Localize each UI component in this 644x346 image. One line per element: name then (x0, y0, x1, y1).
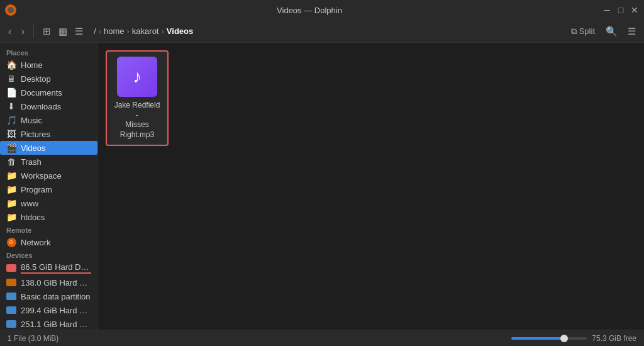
remote-section-label: Remote (0, 224, 97, 235)
status-info: 1 File (3.0 MiB) (8, 334, 58, 343)
menu-button[interactable]: ☰ (625, 24, 639, 39)
sidebar-videos-label: Videos (21, 143, 46, 153)
sidebar-item-videos[interactable]: 🎬 Videos (0, 141, 97, 155)
sidebar-item-trash[interactable]: 🗑 Trash (0, 155, 97, 169)
sidebar-item-downloads[interactable]: ⬇ Downloads (0, 99, 97, 113)
toolbar: ‹ › ⊞ ▦ ☰ / › home › kakarot › Videos ⧉ … (0, 20, 644, 43)
sidebar-item-drive3[interactable]: Basic data partition (0, 289, 97, 303)
split-label: Split (579, 26, 595, 36)
sidebar-item-drive1[interactable]: 86.5 GiB Hard Drive (0, 260, 97, 276)
file-name: Jake Redfield -Misses Right.mp3 (112, 101, 162, 140)
sidebar-drive3-label: Basic data partition (21, 292, 91, 301)
sidebar-downloads-label: Downloads (21, 102, 61, 111)
drive3-icon (6, 291, 16, 301)
minimize-button[interactable]: ─ (602, 6, 611, 14)
htdocs-icon: 📁 (6, 212, 16, 222)
sidebar-item-program[interactable]: 📁 Program (0, 182, 97, 196)
sidebar-drive5-label: 251.1 GiB Hard Drive (21, 320, 91, 329)
desktop-icon: 🖥 (6, 74, 16, 84)
sidebar-item-htdocs[interactable]: 📁 htdocs (0, 210, 97, 224)
drive2-icon (6, 277, 16, 287)
content-area: ♪ Jake Redfield -Misses Right.mp3 (98, 43, 644, 330)
close-button[interactable]: ✕ (630, 6, 639, 14)
sidebar-item-drive5[interactable]: 251.1 GiB Hard Drive (0, 317, 97, 330)
music-note-icon: ♪ (133, 67, 142, 87)
sidebar-pictures-label: Pictures (21, 130, 50, 139)
toolbar-separator (33, 25, 34, 38)
videos-icon: 🎬 (6, 143, 16, 153)
pictures-icon: 🖼 (6, 129, 16, 139)
forward-button[interactable]: › (18, 24, 28, 38)
drive4-icon (6, 305, 16, 315)
breadcrumb-user[interactable]: kakarot (132, 26, 159, 36)
breadcrumb-home[interactable]: home (104, 26, 125, 36)
sidebar-htdocs-label: htdocs (21, 213, 45, 222)
detail-view-button[interactable]: ☰ (72, 24, 86, 39)
compact-view-button[interactable]: ▦ (55, 24, 70, 39)
breadcrumb-root[interactable]: / (94, 26, 96, 36)
music-icon: 🎵 (6, 115, 16, 125)
sidebar-item-www[interactable]: 📁 www (0, 196, 97, 210)
split-icon: ⧉ (571, 26, 577, 36)
sidebar-program-label: Program (21, 185, 52, 194)
sidebar-item-documents[interactable]: 📄 Documents (0, 86, 97, 99)
breadcrumb-sep2: › (127, 26, 130, 36)
free-space-slider[interactable] (511, 337, 587, 340)
search-button[interactable]: 🔍 (602, 24, 621, 39)
sidebar-workspace-label: Workspace (21, 171, 62, 181)
slider-thumb (560, 335, 568, 342)
documents-icon: 📄 (6, 87, 16, 98)
sidebar-www-label: www (21, 199, 38, 208)
program-icon: 📁 (6, 184, 16, 194)
window-controls: ─ □ ✕ (602, 6, 639, 14)
network-icon: ⊙ (6, 237, 16, 247)
icon-view-button[interactable]: ⊞ (40, 24, 54, 39)
sidebar-item-music[interactable]: 🎵 Music (0, 113, 97, 127)
sidebar-home-label: Home (21, 60, 43, 70)
trash-icon: 🗑 (6, 157, 16, 167)
sidebar-item-pictures[interactable]: 🖼 Pictures (0, 127, 97, 141)
sidebar-desktop-label: Desktop (21, 74, 51, 84)
breadcrumb-sep1: › (99, 26, 101, 36)
titlebar: Videos — Dolphin ─ □ ✕ (0, 0, 644, 20)
home-icon: 🏠 (6, 60, 16, 70)
app-icon (5, 4, 16, 16)
sidebar-documents-label: Documents (21, 88, 62, 98)
downloads-icon: ⬇ (6, 101, 16, 111)
file-item[interactable]: ♪ Jake Redfield -Misses Right.mp3 (106, 50, 169, 146)
breadcrumb-current: Videos (167, 26, 193, 36)
sidebar-item-home[interactable]: 🏠 Home (0, 58, 97, 72)
devices-section-label: Devices (0, 249, 97, 260)
view-options: ⊞ ▦ ☰ (40, 24, 86, 39)
status-right: 75.3 GiB free (511, 334, 636, 343)
split-button[interactable]: ⧉ Split (567, 25, 599, 38)
slider-fill (511, 337, 564, 340)
sidebar-item-desktop[interactable]: 🖥 Desktop (0, 72, 97, 86)
titlebar-left (5, 4, 16, 16)
sidebar-drive1-label: 86.5 GiB Hard Drive (21, 262, 91, 274)
breadcrumb-sep3: › (161, 26, 164, 36)
drive5-icon (6, 319, 16, 329)
back-button[interactable]: ‹ (5, 24, 14, 38)
toolbar-right: ⧉ Split 🔍 ☰ (567, 24, 639, 39)
window-title: Videos — Dolphin (16, 6, 602, 15)
file-thumbnail: ♪ (117, 57, 157, 97)
sidebar-drive4-label: 299.4 GiB Hard Drive (21, 306, 91, 315)
places-section-label: Places (0, 47, 97, 58)
sidebar: Places 🏠 Home 🖥 Desktop 📄 Documents ⬇ Do… (0, 43, 98, 330)
free-space-label: 75.3 GiB free (592, 334, 636, 343)
sidebar-item-workspace[interactable]: 📁 Workspace (0, 169, 97, 182)
www-icon: 📁 (6, 198, 16, 208)
sidebar-item-drive2[interactable]: 138.0 GiB Hard Drive (0, 276, 97, 289)
breadcrumb: / › home › kakarot › Videos (94, 26, 564, 36)
statusbar: 1 File (3.0 MiB) 75.3 GiB free (0, 330, 644, 346)
sidebar-drive2-label: 138.0 GiB Hard Drive (21, 278, 91, 287)
maximize-button[interactable]: □ (616, 6, 625, 14)
sidebar-trash-label: Trash (21, 157, 42, 167)
sidebar-item-network[interactable]: ⊙ Network (0, 235, 97, 249)
sidebar-network-label: Network (21, 238, 51, 247)
main-area: Places 🏠 Home 🖥 Desktop 📄 Documents ⬇ Do… (0, 43, 644, 330)
sidebar-item-drive4[interactable]: 299.4 GiB Hard Drive (0, 303, 97, 317)
workspace-icon: 📁 (6, 170, 16, 181)
sidebar-music-label: Music (21, 116, 42, 125)
